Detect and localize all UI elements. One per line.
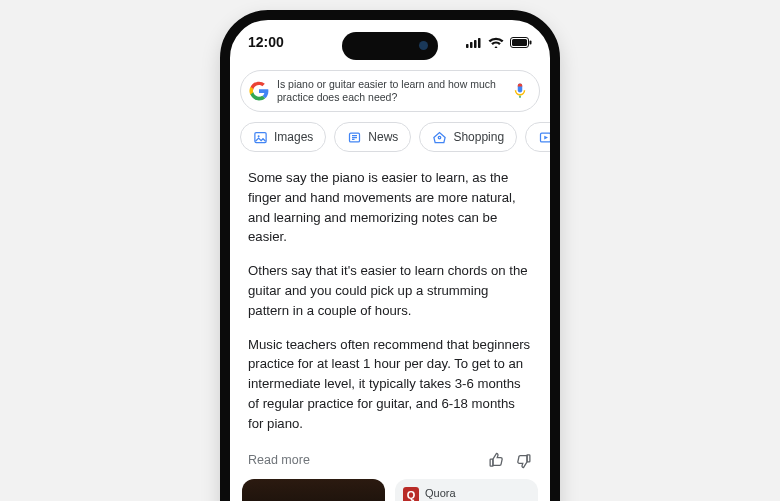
- svg-point-13: [439, 136, 442, 139]
- chip-videos[interactable]: Vide: [525, 122, 550, 152]
- source-card-quora[interactable]: Q Quora: [395, 479, 538, 501]
- google-logo-icon: [249, 81, 269, 101]
- chip-label: Shopping: [453, 130, 504, 144]
- cellular-icon: [466, 37, 482, 48]
- chip-shopping[interactable]: Shopping: [419, 122, 517, 152]
- chip-label: Images: [274, 130, 313, 144]
- source-card-image[interactable]: [242, 479, 385, 501]
- feedback-controls: [488, 452, 532, 469]
- svg-rect-1: [470, 42, 473, 48]
- search-query-text: Is piano or guitar easier to learn and h…: [277, 78, 503, 104]
- battery-icon: [510, 37, 532, 48]
- thumbs-down-icon[interactable]: [515, 452, 532, 469]
- filter-chips-row: Images News Shopping Vide: [230, 122, 550, 164]
- quora-icon: Q: [403, 487, 419, 501]
- source-label: Quora: [425, 487, 456, 499]
- dynamic-island: [342, 32, 438, 60]
- shopping-icon: [432, 130, 447, 145]
- svg-rect-5: [512, 39, 527, 46]
- chip-label: News: [368, 130, 398, 144]
- answer-paragraph: Others say that it's easier to learn cho…: [248, 261, 532, 320]
- svg-rect-0: [466, 44, 469, 48]
- read-more-link[interactable]: Read more: [248, 453, 310, 467]
- svg-rect-2: [474, 40, 477, 48]
- svg-rect-16: [527, 454, 530, 461]
- answer-paragraph: Some say the piano is easier to learn, a…: [248, 168, 532, 247]
- svg-rect-3: [478, 38, 481, 48]
- thumbs-up-icon[interactable]: [488, 452, 505, 469]
- news-icon: [347, 130, 362, 145]
- status-time: 12:00: [248, 34, 284, 50]
- svg-rect-6: [530, 40, 532, 44]
- wifi-icon: [488, 37, 504, 48]
- videos-icon: [538, 130, 550, 145]
- source-cards-row: Q Quora: [230, 479, 550, 501]
- chip-images[interactable]: Images: [240, 122, 326, 152]
- phone-frame: 12:00 Is piano or guitar easier to learn…: [220, 10, 560, 501]
- answer-paragraph: Music teachers often recommend that begi…: [248, 335, 532, 434]
- search-bar[interactable]: Is piano or guitar easier to learn and h…: [240, 70, 540, 112]
- images-icon: [253, 130, 268, 145]
- chip-news[interactable]: News: [334, 122, 411, 152]
- voice-search-icon[interactable]: [511, 82, 529, 100]
- svg-point-8: [258, 135, 260, 137]
- svg-rect-15: [490, 459, 493, 466]
- ai-answer-block: Some say the piano is easier to learn, a…: [230, 164, 550, 434]
